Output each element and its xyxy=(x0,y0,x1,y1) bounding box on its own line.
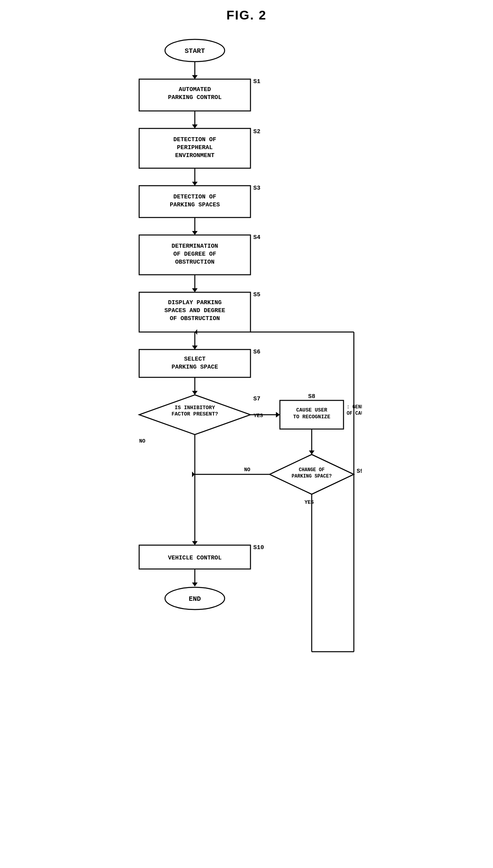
s7-yes: YES xyxy=(254,413,263,419)
s4-line2: OF DEGREE OF xyxy=(173,251,216,258)
s6-label: S6 xyxy=(253,349,260,355)
svg-marker-17 xyxy=(192,346,198,350)
s2-line3: ENVIRONMENT xyxy=(175,152,214,159)
s10-text: VEHICLE CONTROL xyxy=(168,555,221,561)
s9-yes: YES xyxy=(305,499,314,505)
svg-marker-5 xyxy=(192,124,198,128)
s2-line1: DETECTION OF xyxy=(173,136,216,143)
s8-line1: CAUSE USER xyxy=(296,407,327,413)
page: FIG. 2 START AUTOMATED PARKING CONTROL S… xyxy=(123,8,370,846)
s8-note1: : GENERATION xyxy=(347,404,362,410)
s2-line2: PERIPHERAL xyxy=(177,144,213,151)
figure-title: FIG. 2 xyxy=(227,8,267,23)
s1-line2: PARKING CONTROL xyxy=(168,94,221,101)
s3-line2: PARKING SPACES xyxy=(170,202,220,208)
s9-line1: CHANGE OF xyxy=(299,467,325,473)
s5-line1: DISPLAY PARKING xyxy=(168,299,221,306)
svg-rect-18 xyxy=(139,350,250,377)
s8-note2: OF CAUTION xyxy=(347,411,362,416)
svg-marker-11 xyxy=(192,231,198,235)
s7-line2: FACTOR PRESENT? xyxy=(171,411,218,417)
s9-line2: PARKING SPACE? xyxy=(292,474,332,479)
svg-marker-34 xyxy=(192,541,198,545)
s4-line1: DETERMINATION xyxy=(171,243,218,250)
svg-marker-2 xyxy=(192,75,198,79)
s3-line1: DETECTION OF xyxy=(173,194,216,200)
s5-line3: OF OBSTRUCTION xyxy=(170,315,220,322)
s2-label: S2 xyxy=(253,128,260,135)
svg-marker-29 xyxy=(309,451,314,454)
s7-no: NO xyxy=(139,438,146,444)
flowchart: START AUTOMATED PARKING CONTROL S1 DETEC… xyxy=(131,31,362,846)
s4-label: S4 xyxy=(253,234,260,241)
s9-no: NO xyxy=(244,467,250,473)
svg-marker-26 xyxy=(276,412,280,417)
s4-line3: OBSTRUCTION xyxy=(175,259,214,266)
s1-line1: AUTOMATED xyxy=(179,86,211,93)
svg-marker-8 xyxy=(192,182,198,186)
s10-label: S10 xyxy=(253,544,264,551)
s8-line2: TO RECOGNIZE xyxy=(293,414,330,420)
s6-line2: PARKING SPACE xyxy=(171,364,218,371)
s6-line1: SELECT xyxy=(184,356,206,363)
s7-line1: IS INHIBITORY xyxy=(175,405,215,411)
svg-marker-37 xyxy=(192,583,198,586)
s5-label: S5 xyxy=(253,291,260,298)
s7-label: S7 xyxy=(253,396,260,402)
svg-marker-23 xyxy=(192,391,198,395)
start-label: START xyxy=(184,47,205,55)
end-label: END xyxy=(189,595,201,603)
s5-line2: SPACES AND DEGREE xyxy=(164,307,225,314)
s1-label: S1 xyxy=(253,78,260,85)
svg-marker-14 xyxy=(192,288,198,292)
s9-label: S9 xyxy=(357,468,362,475)
s8-label: S8 xyxy=(308,393,315,400)
s3-label: S3 xyxy=(253,185,260,192)
